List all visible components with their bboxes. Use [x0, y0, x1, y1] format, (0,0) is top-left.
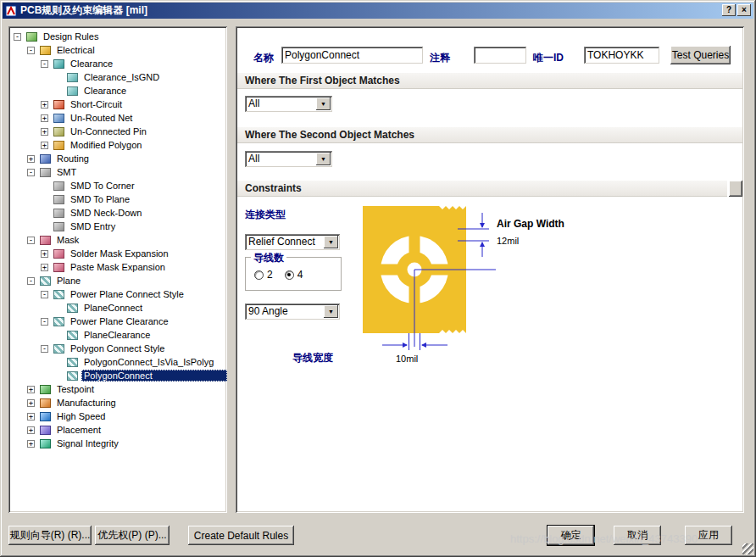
design-rules-icon: [26, 32, 37, 42]
tree-item-polygon-connect-style[interactable]: -Polygon Connect Style: [8, 342, 227, 355]
tree-item-signal-integrity[interactable]: +Signal Integrity: [8, 437, 227, 450]
tree-item-power-plane-connect-style[interactable]: -Power Plane Connect Style: [8, 287, 227, 301]
radio-icon[interactable]: [285, 270, 294, 280]
connect-type-combo[interactable]: Relief Connect ▼: [245, 234, 340, 250]
comment-input[interactable]: [474, 47, 526, 64]
collapse-icon[interactable]: -: [27, 237, 35, 244]
constraints-scrollbar[interactable]: [729, 181, 742, 197]
tree-item-planeclearance[interactable]: PlaneClearance: [8, 328, 227, 342]
rules-tree[interactable]: -Design Rules-Electrical-ClearanceCleara…: [8, 26, 227, 513]
resize-grip[interactable]: [742, 543, 753, 554]
collapse-icon[interactable]: -: [27, 277, 35, 285]
collapse-icon[interactable]: -: [27, 47, 35, 54]
tree-item-electrical[interactable]: -Electrical: [8, 43, 227, 57]
expand-icon[interactable]: +: [41, 250, 48, 258]
expand-icon[interactable]: +: [27, 413, 35, 421]
tree-item-smd-entry[interactable]: SMD Entry: [8, 220, 227, 233]
create-default-rules-button[interactable]: Create Default Rules: [188, 526, 294, 545]
expand-icon[interactable]: +: [41, 101, 48, 109]
tree-item-clearance-isgnd[interactable]: Clearance_IsGND: [8, 70, 227, 84]
tree-item-testpoint[interactable]: +Testpoint: [8, 382, 227, 396]
chevron-down-icon[interactable]: ▼: [316, 97, 331, 110]
tree-item-polygonconnect-isvia-ispolyg[interactable]: PolygonConnect_IsVia_IsPolyg: [8, 355, 227, 369]
tree-item-label: SMT: [54, 166, 79, 178]
radio-icon[interactable]: [254, 270, 264, 280]
tree-item-manufacturing[interactable]: +Manufacturing: [8, 396, 227, 409]
expand-icon[interactable]: +: [27, 386, 35, 393]
tree-item-design-rules[interactable]: -Design Rules: [8, 30, 227, 43]
testpoint-icon: [40, 385, 51, 394]
tree-item-short-circuit[interactable]: +Short-Circuit: [8, 97, 227, 111]
tree-item-planeconnect[interactable]: PlaneConnect: [8, 301, 227, 315]
tree-item-modified-polygon[interactable]: +Modified Polygon: [8, 138, 227, 152]
radio-conductors-2[interactable]: 2: [254, 269, 273, 281]
test-queries-button[interactable]: Test Queries: [670, 46, 731, 64]
collapse-icon[interactable]: -: [27, 169, 35, 176]
ok-button[interactable]: 确定: [548, 526, 594, 545]
tree-item-placement[interactable]: +Placement: [8, 423, 227, 437]
expand-icon[interactable]: +: [41, 264, 48, 271]
expand-icon[interactable]: +: [41, 114, 48, 122]
chevron-down-icon[interactable]: ▼: [324, 305, 338, 318]
collapse-icon[interactable]: -: [14, 33, 21, 41]
tree-item-paste-mask-expansion[interactable]: +Paste Mask Expansion: [8, 260, 227, 274]
high-speed-icon: [40, 412, 51, 421]
electrical-icon: [40, 46, 51, 55]
tree-item-un-connected-pin[interactable]: +Un-Connected Pin: [8, 125, 227, 138]
tree-item-label: Mask: [54, 234, 81, 246]
help-button[interactable]: ?: [722, 4, 736, 16]
title-bar[interactable]: PCB规则及约束编辑器 [mil] ? ×: [3, 3, 753, 19]
angle-combo[interactable]: 90 Angle ▼: [245, 304, 340, 320]
tree-item-high-speed[interactable]: +High Speed: [8, 409, 227, 423]
cancel-button[interactable]: 取消: [614, 526, 661, 545]
smd-icon: [53, 222, 64, 231]
smd-icon: [53, 209, 64, 218]
first-match-value: All: [245, 96, 314, 112]
tree-item-label: Signal Integrity: [54, 437, 121, 449]
tree-item-power-plane-clearance[interactable]: -Power Plane Clearance: [8, 315, 227, 328]
tree-item-clearance[interactable]: Clearance: [8, 84, 227, 97]
rule-wizard-button[interactable]: 规则向导(R) (R)...: [8, 526, 92, 545]
tree-item-solder-mask-expansion[interactable]: +Solder Mask Expansion: [8, 247, 227, 260]
tree-item-smd-neck-down[interactable]: SMD Neck-Down: [8, 206, 227, 220]
first-match-combo[interactable]: All ▼: [245, 96, 332, 112]
tree-item-smt[interactable]: -SMT: [8, 165, 227, 179]
signal-integrity-icon: [40, 439, 51, 448]
tree-item-label: SMD To Corner: [68, 180, 137, 192]
tree-item-polygonconnect[interactable]: PolygonConnect: [8, 369, 227, 382]
close-button[interactable]: ×: [737, 4, 751, 16]
expand-icon[interactable]: +: [27, 440, 35, 448]
expand-icon[interactable]: +: [41, 142, 48, 149]
unique-id-input[interactable]: [584, 47, 659, 64]
name-label: 名称: [253, 51, 274, 65]
expand-icon[interactable]: +: [27, 426, 35, 434]
smt-icon: [40, 168, 51, 177]
chevron-down-icon[interactable]: ▼: [324, 236, 338, 248]
radio-conductors-4[interactable]: 4: [285, 269, 303, 281]
tree-item-un-routed-net[interactable]: +Un-Routed Net: [8, 111, 227, 125]
tree-item-smd-to-corner[interactable]: SMD To Corner: [8, 179, 227, 192]
tree-item-routing[interactable]: +Routing: [8, 152, 227, 165]
tree-item-label: Manufacturing: [54, 397, 119, 409]
tree-item-label: Clearance: [81, 85, 129, 97]
second-match-combo[interactable]: All ▼: [245, 151, 332, 167]
apply-button[interactable]: 应用: [685, 526, 732, 545]
tree-item-mask[interactable]: -Mask: [8, 233, 227, 247]
expand-icon[interactable]: +: [27, 155, 35, 163]
expand-icon[interactable]: +: [27, 399, 35, 407]
collapse-icon[interactable]: -: [41, 318, 48, 326]
collapse-icon[interactable]: -: [41, 60, 48, 68]
modified-polygon-icon: [53, 141, 64, 150]
collapse-icon[interactable]: -: [41, 291, 48, 298]
collapse-icon[interactable]: -: [41, 345, 48, 353]
name-input[interactable]: [281, 47, 423, 64]
tree-spacer: [41, 182, 48, 190]
tree-item-clearance[interactable]: -Clearance: [8, 57, 227, 70]
chevron-down-icon[interactable]: ▼: [316, 153, 331, 165]
tree-item-smd-to-plane[interactable]: SMD To Plane: [8, 192, 227, 206]
tree-item-plane[interactable]: -Plane: [8, 274, 227, 287]
second-object-matches-header: Where The Second Object Matches: [237, 127, 742, 143]
priorities-button[interactable]: 优先权(P) (P)...: [95, 526, 170, 545]
tree-item-label: High Speed: [54, 410, 108, 422]
expand-icon[interactable]: +: [41, 128, 48, 136]
